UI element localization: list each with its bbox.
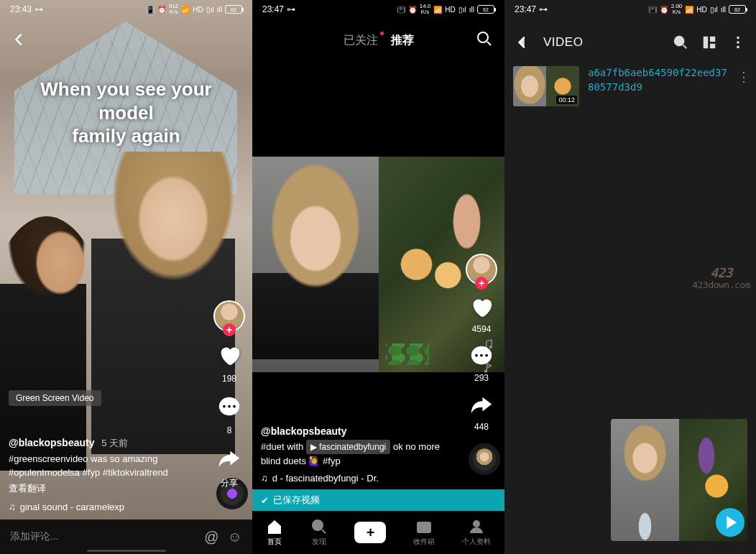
net-speed: 2.00K/s <box>671 4 683 15</box>
search-button[interactable] <box>673 34 688 50</box>
notification-dot-icon <box>380 32 384 35</box>
vibrate-icon: 📳 <box>146 6 155 14</box>
status-time: 23:47 <box>262 4 284 14</box>
nav-create[interactable]: + <box>354 522 386 543</box>
play-button[interactable] <box>716 508 745 537</box>
svg-point-4 <box>478 32 488 42</box>
nav-inbox[interactable]: 收件箱 <box>413 518 435 547</box>
follow-plus-icon[interactable]: + <box>475 277 488 290</box>
music-title: ginal sound - caramelexp <box>20 502 124 512</box>
effect-tag[interactable]: Green Screen Video <box>9 390 101 406</box>
saved-banner[interactable]: ✔ 已保存视频 <box>252 489 504 511</box>
emoji-icon[interactable]: ☺ <box>228 529 242 545</box>
vibrate-icon: 📳 <box>648 6 657 14</box>
svg-point-14 <box>474 521 479 527</box>
action-sidebar: + 4594 293 448 <box>464 254 499 432</box>
creator-avatar[interactable]: + <box>466 254 497 285</box>
watermark: 423 423down.com <box>692 266 750 290</box>
net-speed: 512K/s <box>169 4 178 15</box>
svg-rect-17 <box>710 37 715 42</box>
nav-profile[interactable]: 个人资料 <box>462 518 491 547</box>
video-filename[interactable]: a6a7fb6aeb64590f22eed3780577d3d9 <box>588 66 729 94</box>
music-title: d - fascinatedbyfungi - Dr. <box>272 473 379 484</box>
battery-icon: 82 <box>729 5 746 14</box>
video-preview-popup[interactable] <box>611 419 747 541</box>
share-count: 448 <box>474 422 489 432</box>
video-list-item[interactable]: 00:12 a6a7fb6aeb64590f22eed3780577d3d9 ⋮ <box>513 66 750 106</box>
watermark-logo: 423 <box>692 266 750 280</box>
status-key-icon: ⊶ <box>287 4 295 14</box>
video-description[interactable]: #duet with ▶ fascinatedbyfungi ok no mor… <box>261 440 454 468</box>
svg-point-8 <box>485 354 488 357</box>
nav-home[interactable]: 首页 <box>266 518 283 547</box>
signal-icon: ▯ıl <box>458 6 466 14</box>
follow-plus-icon[interactable]: + <box>223 323 236 336</box>
video-info: @blackopsbeauty #duet with ▶ fascinatedb… <box>261 425 454 468</box>
video-description[interactable]: #greenscreenvideo was so amazing #opulen… <box>9 452 202 480</box>
wifi-icon: 📶 <box>685 6 693 14</box>
phone-screen-3: 23:47 ⊶ 📳 ⏰ 2.00K/s 📶 HD ▯ıl ıll 82 VIDE… <box>504 0 756 554</box>
alarm-icon: ⏰ <box>660 6 668 14</box>
back-button[interactable] <box>11 32 27 52</box>
status-time: 23:47 <box>515 4 536 14</box>
creator-avatar[interactable]: + <box>213 300 245 332</box>
status-time: 23:43 <box>10 4 32 14</box>
hd-icon: HD <box>193 6 203 14</box>
battery-icon: 82 <box>225 5 242 14</box>
like-count: 4594 <box>472 324 492 334</box>
alarm-icon: ⏰ <box>408 6 417 14</box>
signal2-icon: ıll <box>469 6 474 14</box>
music-info[interactable]: ♫ ginal sound - caramelexp <box>9 502 124 512</box>
share-button[interactable] <box>468 392 495 419</box>
signal2-icon: ıll <box>721 6 726 14</box>
mention-icon[interactable]: @ <box>204 529 218 545</box>
translate-link[interactable]: 查看翻译 <box>9 481 202 496</box>
music-note-icon: ♫ <box>261 473 268 484</box>
item-more-button[interactable]: ⋮ <box>737 66 750 85</box>
mention-chip[interactable]: ▶ fascinatedbyfungi <box>306 440 390 454</box>
like-button[interactable] <box>468 294 495 321</box>
video-info: @blackopsbeauty 5 天前 #greenscreenvideo w… <box>9 435 202 496</box>
hd-icon: HD <box>445 6 455 14</box>
comment-button[interactable] <box>468 343 495 370</box>
share-button[interactable] <box>216 445 243 473</box>
nav-discover[interactable]: 发现 <box>310 518 328 547</box>
svg-rect-13 <box>418 522 430 532</box>
comment-bar: 添加评论... @ ☺ <box>0 520 252 554</box>
svg-point-19 <box>737 37 739 40</box>
video-caption-overlay: When you see your model family again <box>0 78 252 148</box>
svg-point-15 <box>675 37 684 46</box>
wifi-icon: 📶 <box>433 6 442 14</box>
svg-point-20 <box>737 41 739 44</box>
username[interactable]: @blackopsbeauty <box>261 425 454 437</box>
comment-button[interactable] <box>216 394 243 421</box>
tab-recommend[interactable]: 推荐 <box>391 33 414 48</box>
video-thumbnail[interactable]: 00:12 <box>513 66 579 106</box>
comment-input[interactable]: 添加评论... <box>10 530 195 543</box>
status-key-icon: ⊶ <box>34 4 43 14</box>
share-label: 分享 <box>221 477 238 489</box>
page-title: VIDEO <box>543 35 583 50</box>
signal-icon: ▯ıl <box>710 6 718 14</box>
phone-screen-2: 23:47 ⊶ 📳 ⏰ 14.0K/s 📶 HD ▯ıl ıll 82 已关注 … <box>252 0 504 554</box>
saved-text: 已保存视频 <box>273 494 320 507</box>
music-note-icon: ♫ <box>9 502 16 512</box>
view-toggle-button[interactable] <box>701 34 717 50</box>
signal-icon: ▯ıl <box>206 6 214 14</box>
more-button[interactable] <box>730 34 746 50</box>
net-speed: 14.0K/s <box>420 4 431 15</box>
signal2-icon: ıll <box>217 6 222 14</box>
svg-point-2 <box>228 405 231 408</box>
hd-icon: HD <box>696 6 706 14</box>
svg-point-6 <box>475 354 478 357</box>
music-info[interactable]: ♫ d - fascinatedbyfungi - Dr. <box>261 473 379 484</box>
check-icon: ✔ <box>261 495 269 506</box>
search-button[interactable] <box>476 30 493 50</box>
like-button[interactable] <box>216 342 243 369</box>
comment-count: 293 <box>474 373 489 383</box>
tab-following[interactable]: 已关注 <box>344 33 378 48</box>
svg-point-3 <box>233 405 236 408</box>
username[interactable]: @blackopsbeauty <box>9 437 94 448</box>
back-button[interactable] <box>515 34 530 50</box>
music-disc[interactable] <box>469 443 500 475</box>
